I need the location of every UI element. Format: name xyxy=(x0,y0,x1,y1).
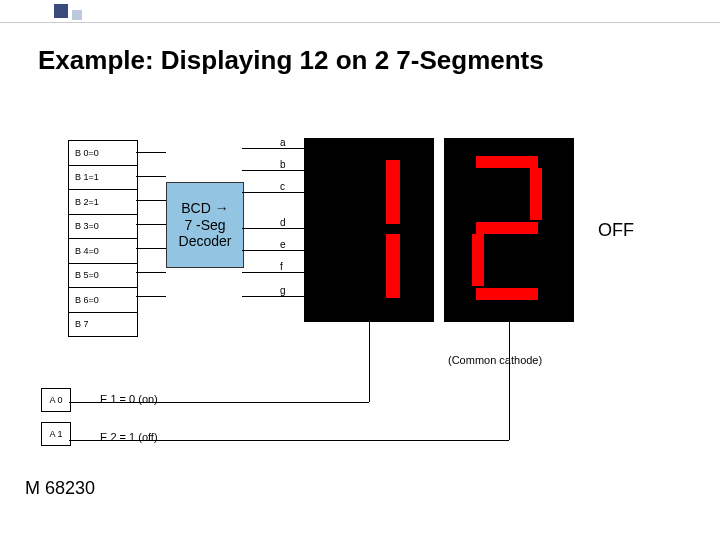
port-b1: B 1=1 xyxy=(69,166,137,191)
slide-topbar xyxy=(0,0,720,23)
segment-c-lit xyxy=(386,234,400,298)
segment-e-lit xyxy=(472,234,484,286)
wire xyxy=(136,224,166,225)
seg-label-a-left: a xyxy=(280,137,286,148)
wire xyxy=(136,296,166,297)
wire xyxy=(136,248,166,249)
seg-label-c-left: c xyxy=(280,181,285,192)
enable-e1-label: E 1 = 0 (on) xyxy=(100,393,158,405)
off-label: OFF xyxy=(598,220,634,241)
page-title: Example: Displaying 12 on 2 7-Segments xyxy=(38,45,720,76)
wire xyxy=(242,272,304,273)
segment-a-lit xyxy=(476,156,538,168)
wire xyxy=(136,176,166,177)
port-b7: B 7 xyxy=(69,313,137,337)
seg-label-e-left: e xyxy=(280,239,286,250)
wire xyxy=(369,322,370,402)
common-cathode-label: (Common cathode) xyxy=(448,354,542,366)
port-b3: B 3=0 xyxy=(69,215,137,240)
wire xyxy=(242,170,304,171)
wire xyxy=(136,272,166,273)
seven-seg-display-1 xyxy=(304,138,434,322)
wire xyxy=(69,440,509,441)
port-b5: B 5=0 xyxy=(69,264,137,289)
a1-label: A 1 xyxy=(49,429,62,439)
wire xyxy=(69,402,369,403)
wire xyxy=(136,152,166,153)
port-b0: B 0=0 xyxy=(69,141,137,166)
diagram-canvas: B 0=0 B 1=1 B 2=1 B 3=0 B 4=0 B 5=0 B 6=… xyxy=(0,100,720,540)
segment-g-lit xyxy=(476,222,538,234)
seven-seg-display-2 xyxy=(444,138,574,322)
wire xyxy=(242,228,304,229)
port-b6: B 6=0 xyxy=(69,288,137,313)
segment-d-lit xyxy=(476,288,538,300)
chip-label: M 68230 xyxy=(25,478,95,499)
wire xyxy=(242,250,304,251)
port-b-box: B 0=0 B 1=1 B 2=1 B 3=0 B 4=0 B 5=0 B 6=… xyxy=(68,140,138,337)
seg-label-b-left: b xyxy=(280,159,286,170)
decoder-line2: 7 -Seg xyxy=(184,217,225,234)
port-b2: B 2=1 xyxy=(69,190,137,215)
wire xyxy=(136,200,166,201)
wire xyxy=(242,296,304,297)
seg-label-f-left: f xyxy=(280,261,283,272)
segment-b-lit xyxy=(530,168,542,220)
seg-label-g-left: g xyxy=(280,285,286,296)
seg-label-d-left: d xyxy=(280,217,286,228)
address-a0-box: A 0 xyxy=(41,388,71,412)
decoder-line1: BCD → xyxy=(181,200,228,217)
wire xyxy=(242,148,304,149)
bcd-decoder: BCD → 7 -Seg Decoder xyxy=(166,182,244,268)
decoder-line3: Decoder xyxy=(179,233,232,250)
enable-e2-label: E 2 = 1 (off) xyxy=(100,431,158,443)
address-a1-box: A 1 xyxy=(41,422,71,446)
wire xyxy=(509,322,510,440)
a0-label: A 0 xyxy=(49,395,62,405)
accent-square-1 xyxy=(54,4,68,18)
wire xyxy=(242,192,304,193)
port-b4: B 4=0 xyxy=(69,239,137,264)
segment-b-lit xyxy=(386,160,400,224)
accent-square-2 xyxy=(72,10,82,20)
